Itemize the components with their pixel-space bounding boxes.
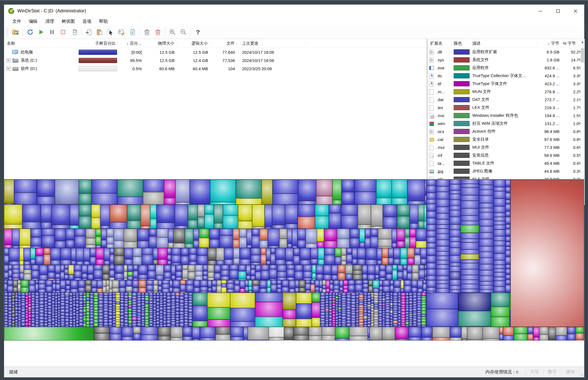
extension-name: .exe [435, 66, 452, 70]
stop-button[interactable] [58, 27, 69, 37]
column-header-last-change[interactable]: 上次更改 [240, 41, 306, 46]
extension-row-10[interactable]: .ocxActiveX 控件98.4 MB0.8% [427, 127, 585, 135]
treemap-view [4, 179, 584, 341]
directory-row-2[interactable]: 软件 (D:)0.5%60.6 MB60.4 MB1042022/3/25 20… [4, 64, 427, 73]
help-button[interactable]: ? [192, 27, 203, 37]
pause-button[interactable] [47, 27, 58, 37]
extension-row-14[interactable]: .ta...TABLE 文件49.4 MB0.4% [427, 159, 585, 167]
extension-row-5[interactable]: .m...MUN 文件276.8 ...2.2% [427, 88, 585, 96]
scroll-up-icon[interactable]: ▲ [580, 39, 585, 44]
zoom-out-button[interactable] [178, 27, 189, 37]
extension-vertical-scrollbar[interactable]: ▲ ▼ [580, 39, 585, 198]
percentage: 0.5% [118, 66, 143, 71]
column-header-color[interactable]: 颜色 [452, 41, 471, 46]
extension-row-3[interactable]: A.ttcTrueType Collection 字体文...424.9 ...… [427, 72, 585, 80]
menu-item-2[interactable]: 清理 [41, 17, 58, 25]
column-header-percentage-sorted[interactable]: ↓ 百分... [118, 41, 143, 46]
column-header-physical-size[interactable]: 物理大小 [143, 41, 176, 46]
menu-item-3[interactable]: 树状图 [58, 17, 79, 25]
item-name: 系统 (C:) [21, 58, 37, 63]
properties-button[interactable]: i [127, 27, 138, 37]
open-folder-button[interactable] [10, 27, 21, 37]
status-ready-text: 就绪 [4, 369, 18, 375]
title-bar[interactable]: WinDirStat - C:|D: (Administrator) [4, 5, 584, 17]
color-swatch [454, 57, 470, 63]
extension-name: .mui [435, 145, 452, 150]
extension-row-1[interactable]: .sys系统文件1.8 GB14.7% [427, 56, 585, 64]
extension-name: .ttc [435, 73, 452, 78]
toolbar-grip[interactable] [6, 28, 8, 36]
expand-icon[interactable] [6, 58, 10, 63]
maximize-button[interactable] [549, 5, 567, 17]
color-swatch [454, 145, 470, 150]
column-header-bytes-sorted[interactable]: ↓ 字节 [536, 41, 561, 46]
extension-row-0[interactable]: .dll应用程序扩展6.5 GB52.2% [427, 48, 585, 56]
close-button[interactable] [567, 5, 584, 17]
svg-text:?: ? [196, 29, 200, 36]
extension-name: .cat [435, 137, 452, 142]
extension-row-12[interactable]: .muiMUI 文件77.3 MB0.6% [427, 143, 585, 151]
column-header-name[interactable]: 名称 [4, 41, 78, 46]
file-count: 104 [210, 66, 237, 71]
toolbar-separator [165, 28, 165, 36]
extension-row-13[interactable]: .inf安装信息58.6 MB0.5% [427, 151, 585, 159]
extension-name: .ocx [435, 129, 452, 134]
directory-row-0[interactable]: 此电脑[0:00]12.5 GB12.5 GB77,6402024/10/17 … [4, 48, 427, 56]
bytes: 58.6 MB [536, 153, 561, 158]
column-header-extension[interactable]: 扩展名 [427, 41, 452, 46]
explorer-select-button[interactable] [105, 27, 116, 37]
color-swatch [454, 129, 470, 134]
extension-row-15[interactable]: .jpgJPEG 图像44.8 MB0.3% [427, 167, 585, 175]
minimize-button[interactable] [532, 5, 549, 17]
extension-row-8[interactable]: .msiWindows Installer 程序包194.8 ...1.5% [427, 112, 585, 120]
menu-item-4[interactable]: 选项 [79, 17, 95, 25]
extension-name: .ttf [435, 81, 452, 86]
indicator-2: 滚动 [561, 369, 579, 375]
color-swatch [454, 49, 470, 55]
extension-row-11[interactable]: .cat安全目录97.6 MB0.8% [427, 135, 585, 143]
drive-icon [13, 67, 18, 71]
extension-row-2[interactable]: .exe应用程序832.6 ...6.5% [427, 64, 585, 72]
treemap-canvas[interactable] [4, 180, 584, 341]
description: TrueType 字体文件 [471, 81, 536, 86]
bytes: 276.8 ... [536, 89, 561, 94]
copy-icon [85, 29, 92, 36]
extension-row-7[interactable]: .lexLEX 文件216.3 ...1.7% [427, 104, 585, 112]
refresh-selected-button[interactable] [69, 27, 79, 37]
vertical-scroll-thumb[interactable] [581, 48, 584, 63]
folder-search-icon [12, 29, 19, 36]
bytes: 424.9 ... [536, 73, 561, 78]
delete-to-recycle-bin-button[interactable] [141, 27, 152, 37]
image-file-icon [429, 169, 434, 174]
extension-name: .m... [435, 89, 452, 94]
menu-item-5[interactable]: 帮助 [95, 17, 112, 25]
column-header-files[interactable]: 文件 [210, 41, 237, 46]
refresh-all-button[interactable] [25, 27, 36, 37]
resume-button[interactable] [36, 27, 47, 37]
expand-icon[interactable] [6, 67, 10, 71]
extension-row-9[interactable]: .wim好压 WIM 压缩文件131.2 ...1.0% [427, 120, 585, 127]
column-header-logical-size[interactable]: 逻辑大小 [176, 41, 210, 46]
column-header-subtree-percentage[interactable]: 子树百分比 [78, 41, 118, 46]
command-prompt-button[interactable] [116, 27, 127, 37]
extension-row-6[interactable]: .datDAT 文件272.7 ...2.1% [427, 96, 585, 104]
logical-size: 12.5 GB [176, 50, 210, 55]
column-header-description[interactable]: 描述 [471, 41, 536, 46]
bytes: 44.8 MB [536, 169, 561, 174]
zoom-out-icon [180, 29, 187, 36]
paste-button[interactable] [94, 27, 105, 37]
copy-path-button[interactable] [83, 27, 94, 37]
paste-icon [96, 29, 103, 36]
directory-row-1[interactable]: 系统 (C:)99.5%12.5 GB12.4 GB77,5362024/10/… [4, 56, 427, 64]
zoom-in-button[interactable] [167, 27, 178, 37]
item-name: 此电脑 [21, 50, 33, 55]
menu-item-1[interactable]: 编辑 [25, 17, 41, 25]
extension-row-4[interactable]: A.ttfTrueType 字体文件423.2 ...3.3% [427, 80, 585, 88]
resize-grip[interactable] [579, 367, 584, 377]
subtree-percentage-bar [79, 58, 117, 63]
delete-permanently-button[interactable] [152, 27, 163, 37]
iterate-icon [70, 29, 78, 36]
menu-item-0[interactable]: 文件 [8, 17, 25, 25]
description: 安装信息 [471, 153, 536, 158]
page-icon [429, 105, 434, 110]
